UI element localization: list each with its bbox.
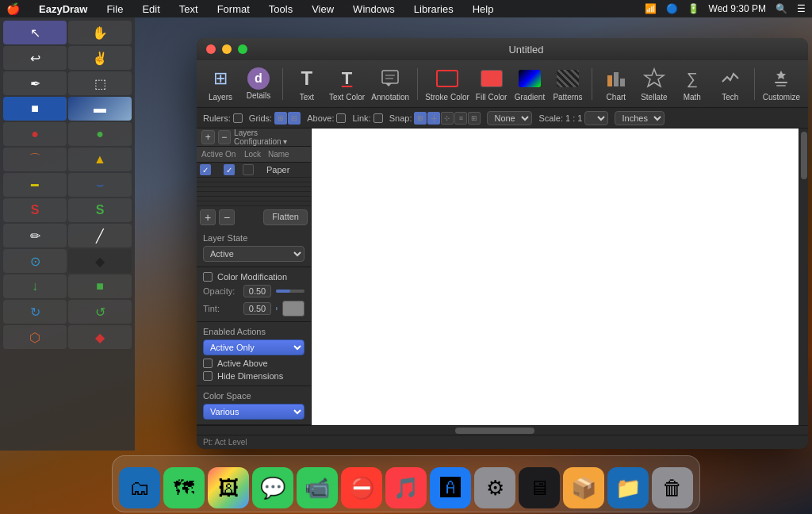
- tool-blue-grad[interactable]: ▬: [68, 97, 132, 121]
- toolbar-math[interactable]: ∑ Math: [675, 63, 710, 105]
- toolbar-fill-color[interactable]: Fill Color: [473, 63, 509, 105]
- toolbar-text-color[interactable]: T Text Color: [327, 63, 366, 105]
- menu-edit[interactable]: Edit: [139, 3, 163, 15]
- tool-curve[interactable]: ⌒: [3, 148, 67, 171]
- snap-btn-5[interactable]: ⊞: [468, 112, 481, 125]
- enabled-actions-select[interactable]: Active Only: [203, 339, 304, 355]
- color-space-select[interactable]: Various: [203, 404, 304, 420]
- layer-lock-check[interactable]: [243, 164, 254, 175]
- tool-grab[interactable]: ✌: [68, 46, 132, 70]
- tool-yellow-line[interactable]: ━: [3, 173, 67, 197]
- color-mod-checkbox[interactable]: [203, 272, 213, 282]
- search-icon[interactable]: 🔍: [776, 3, 787, 14]
- horizontal-scrollbar-thumb[interactable]: [455, 428, 534, 434]
- tool-hand[interactable]: ✋: [68, 21, 132, 44]
- tool-red-circle[interactable]: ●: [3, 122, 67, 146]
- dock-icon-finder2[interactable]: 📁: [607, 467, 649, 508]
- vertical-scrollbar[interactable]: [799, 128, 808, 425]
- dock-icon-finder[interactable]: 🗂: [119, 467, 160, 508]
- tool-triangle[interactable]: ▲: [68, 148, 132, 171]
- tool-diagonal-line[interactable]: ╱: [68, 224, 132, 247]
- tool-diamond[interactable]: ◆: [68, 325, 132, 349]
- bluetooth-icon[interactable]: 🔵: [666, 3, 678, 14]
- tool-pen[interactable]: ✒: [3, 71, 67, 95]
- none-select[interactable]: None: [487, 111, 532, 125]
- tool-green-s[interactable]: S: [68, 198, 132, 222]
- dock-icon-archive[interactable]: 📦: [563, 467, 604, 508]
- active-above-checkbox[interactable]: [203, 359, 213, 368]
- layer-remove-button[interactable]: −: [219, 209, 235, 225]
- menu-format[interactable]: Format: [214, 3, 253, 15]
- dock-icon-maps[interactable]: 🗺: [163, 467, 205, 508]
- menu-file[interactable]: File: [103, 3, 126, 15]
- dock-icon-facetime[interactable]: 📹: [297, 467, 338, 508]
- layer-active-check[interactable]: ✓: [200, 164, 211, 175]
- toolbar-gradient[interactable]: Gradient: [512, 63, 547, 105]
- vertical-scrollbar-thumb[interactable]: [801, 132, 807, 179]
- inches-select[interactable]: Inches: [615, 111, 665, 125]
- apple-menu[interactable]: 🍎: [6, 2, 20, 15]
- toolbar-text[interactable]: T Text: [289, 63, 324, 105]
- tool-blue-wave[interactable]: ⌣: [68, 173, 132, 197]
- above-checkbox[interactable]: [336, 113, 346, 123]
- tool-blue-rect[interactable]: ■: [3, 97, 67, 121]
- toolbar-customize[interactable]: Customize: [761, 63, 802, 105]
- tint-color-swatch[interactable]: [282, 301, 304, 316]
- tool-swirl-green[interactable]: ↺: [68, 300, 132, 324]
- layer-state-select[interactable]: Active: [203, 246, 304, 262]
- layer-on-check[interactable]: ✓: [224, 164, 235, 175]
- battery-icon[interactable]: 🔋: [688, 3, 699, 14]
- grids-btn-2[interactable]: ⊟: [288, 112, 301, 125]
- tool-pencil[interactable]: ✏: [3, 224, 67, 247]
- tool-spiral[interactable]: ⊙: [3, 249, 67, 273]
- link-checkbox[interactable]: [373, 113, 383, 123]
- menu-libraries[interactable]: Libraries: [411, 3, 457, 15]
- scale-select[interactable]: 1: [584, 111, 608, 125]
- toolbar-chart[interactable]: Chart: [599, 63, 634, 105]
- window-minimize-button[interactable]: [222, 44, 232, 54]
- rulers-checkbox[interactable]: [233, 113, 243, 123]
- layer-row-0[interactable]: ✓ ✓ Paper: [197, 163, 311, 178]
- tool-loop[interactable]: ↩: [3, 46, 67, 70]
- layers-add-btn[interactable]: +: [201, 130, 215, 144]
- tool-cursor-select[interactable]: ⬚: [68, 71, 132, 95]
- menu-view[interactable]: View: [308, 3, 337, 15]
- drawing-canvas[interactable]: [312, 128, 799, 425]
- toolbar-layers[interactable]: ⊞ Layers: [203, 63, 238, 105]
- menu-help[interactable]: Help: [469, 3, 497, 15]
- tool-red-s[interactable]: S: [3, 198, 67, 222]
- tool-polygon[interactable]: ⬡: [3, 325, 67, 349]
- wifi-icon[interactable]: 📶: [645, 3, 657, 14]
- horizontal-scrollbar[interactable]: [197, 425, 808, 435]
- dock-icon-messages[interactable]: 💬: [252, 467, 293, 508]
- snap-btn-4[interactable]: ≡: [454, 112, 467, 125]
- dock-icon-music[interactable]: 🎵: [385, 467, 427, 508]
- dock-icon-trash[interactable]: 🗑: [652, 467, 693, 508]
- tool-pointer[interactable]: ↖: [3, 21, 67, 44]
- layers-remove-btn[interactable]: −: [218, 130, 232, 144]
- opacity-slider[interactable]: [276, 290, 304, 293]
- toolbar-tech[interactable]: Tech: [713, 63, 748, 105]
- snap-btn-1[interactable]: ⊞: [414, 112, 427, 125]
- menu-app-name[interactable]: EazyDraw: [36, 3, 90, 15]
- toolbar-details[interactable]: d Details: [241, 64, 276, 103]
- toolbar-stroke-color[interactable]: Stroke Color: [424, 63, 470, 105]
- dock-icon-monitor[interactable]: 🖥: [519, 467, 560, 508]
- dock-icon-settings[interactable]: ⚙: [474, 467, 515, 508]
- menu-text[interactable]: Text: [176, 3, 201, 15]
- tool-green-square[interactable]: ■: [68, 274, 132, 298]
- flatten-button[interactable]: Flatten: [263, 209, 308, 225]
- tool-silhouette[interactable]: ◆: [68, 249, 132, 273]
- snap-btn-3[interactable]: ⊹: [441, 112, 454, 125]
- toolbar-patterns[interactable]: Patterns: [550, 63, 585, 105]
- hide-dimensions-checkbox[interactable]: [203, 371, 213, 381]
- tint-slider[interactable]: [276, 307, 278, 310]
- window-maximize-button[interactable]: [238, 44, 247, 54]
- tool-arrow-green[interactable]: ↓: [3, 274, 67, 298]
- snap-btn-2[interactable]: ┼: [427, 112, 440, 125]
- dock-icon-nope[interactable]: ⛔: [341, 467, 382, 508]
- menu-windows[interactable]: Windows: [350, 3, 398, 15]
- toolbar-annotation[interactable]: Annotation: [370, 63, 411, 105]
- menu-icon[interactable]: ☰: [797, 3, 806, 14]
- dock-icon-photos[interactable]: 🖼: [208, 467, 249, 508]
